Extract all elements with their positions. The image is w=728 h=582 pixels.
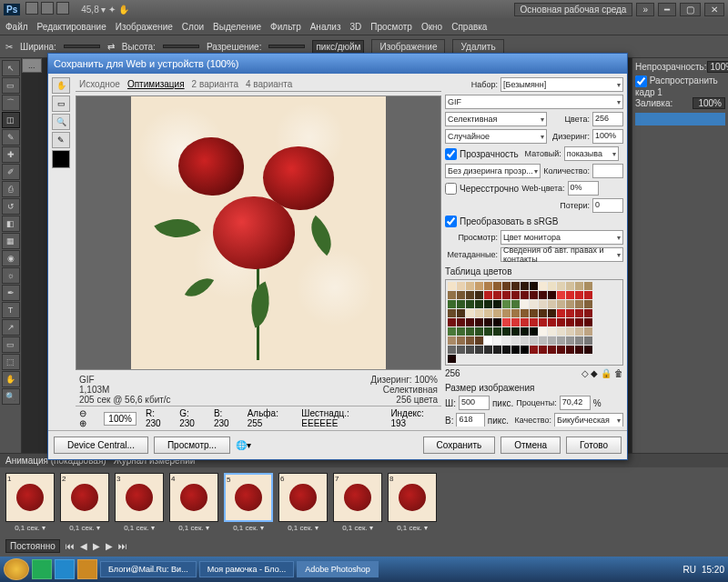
color-swatch[interactable] bbox=[557, 282, 565, 290]
color-swatch[interactable] bbox=[575, 336, 583, 345]
blur-tool[interactable]: ◉ bbox=[2, 250, 20, 266]
type-tool[interactable]: T bbox=[2, 302, 20, 318]
color-swatch[interactable] bbox=[475, 346, 483, 354]
browser-icon[interactable]: 🌐▾ bbox=[236, 440, 251, 450]
color-swatch[interactable] bbox=[566, 282, 574, 290]
color-swatch[interactable] bbox=[484, 327, 492, 336]
color-swatch[interactable] bbox=[521, 309, 529, 317]
resolution-field[interactable] bbox=[268, 45, 305, 48]
healing-tool[interactable]: ✚ bbox=[2, 146, 20, 163]
color-swatch[interactable] bbox=[502, 282, 511, 290]
color-swatch[interactable] bbox=[511, 327, 520, 336]
color-swatch[interactable] bbox=[448, 336, 456, 345]
quality-select[interactable]: Бикубическая bbox=[554, 413, 623, 426]
taskbar-task[interactable]: Блоги@Mail.Ru: Ви... bbox=[100, 561, 197, 577]
color-swatch[interactable] bbox=[548, 336, 556, 345]
color-swatch[interactable] bbox=[466, 300, 474, 308]
color-swatch[interactable] bbox=[575, 309, 583, 317]
preview-select[interactable]: Цвет монитора bbox=[500, 230, 623, 245]
color-swatch[interactable] bbox=[448, 309, 456, 317]
color-swatch[interactable] bbox=[584, 327, 592, 336]
brush-tool[interactable]: ✐ bbox=[2, 164, 20, 180]
menu-edit[interactable]: Редактирование bbox=[37, 22, 106, 32]
color-swatch[interactable] bbox=[457, 318, 465, 326]
color-swatch[interactable] bbox=[448, 327, 456, 336]
front-image-button[interactable]: Изображение bbox=[371, 39, 445, 55]
color-swatch[interactable] bbox=[584, 318, 592, 326]
play-button[interactable]: ▶ bbox=[93, 541, 100, 551]
color-swatch[interactable] bbox=[511, 309, 520, 317]
swap-icon[interactable]: ⇄ bbox=[107, 42, 115, 52]
pinned-app[interactable] bbox=[55, 559, 75, 579]
color-swatch[interactable] bbox=[575, 282, 583, 290]
color-swatch[interactable] bbox=[566, 309, 574, 317]
color-swatch[interactable] bbox=[502, 327, 511, 336]
color-swatch[interactable] bbox=[539, 282, 547, 290]
menu-3d[interactable]: 3D bbox=[349, 22, 361, 32]
height-field[interactable] bbox=[163, 45, 199, 48]
color-swatch[interactable] bbox=[448, 282, 456, 290]
color-swatch[interactable] bbox=[548, 318, 556, 326]
dither-field[interactable]: 100% bbox=[592, 129, 623, 144]
color-swatch[interactable] bbox=[584, 336, 592, 345]
color-swatch[interactable] bbox=[457, 300, 465, 308]
color-swatch[interactable] bbox=[566, 318, 574, 326]
color-swatch[interactable] bbox=[484, 300, 492, 308]
color-swatch[interactable] bbox=[475, 327, 483, 336]
width-field[interactable]: 500 bbox=[459, 396, 490, 410]
color-swatch[interactable] bbox=[521, 291, 529, 299]
color-swatch[interactable] bbox=[566, 300, 574, 308]
color-swatch[interactable] bbox=[493, 282, 501, 290]
color-swatch[interactable] bbox=[530, 336, 538, 345]
lasso-tool[interactable]: ⌒ bbox=[2, 95, 20, 111]
color-swatch[interactable] bbox=[557, 346, 565, 354]
menu-view[interactable]: Просмотр bbox=[370, 22, 412, 32]
color-swatch[interactable] bbox=[557, 336, 565, 345]
fill-value[interactable]: 100% bbox=[693, 97, 725, 109]
color-swatch[interactable] bbox=[566, 291, 574, 299]
color-swatch[interactable] bbox=[511, 300, 520, 308]
color-swatch[interactable] bbox=[530, 327, 538, 336]
color-swatch[interactable] bbox=[448, 318, 456, 326]
menu-file[interactable]: Файл bbox=[5, 22, 28, 32]
animation-frame[interactable]: 30,1 сек. ▾ bbox=[115, 473, 164, 532]
menu-layer[interactable]: Слои bbox=[182, 22, 204, 32]
color-swatch[interactable] bbox=[484, 336, 492, 345]
color-swatch[interactable] bbox=[584, 282, 592, 290]
color-swatch[interactable] bbox=[466, 282, 474, 290]
color-swatch[interactable] bbox=[530, 282, 538, 290]
color-swatch[interactable] bbox=[502, 309, 511, 317]
color-swatch[interactable] bbox=[502, 346, 511, 354]
done-button[interactable]: Готово bbox=[566, 436, 622, 454]
color-swatch[interactable] bbox=[475, 336, 483, 345]
color-swatch[interactable] bbox=[539, 318, 547, 326]
eyedropper-tool[interactable]: ✎ bbox=[2, 129, 20, 146]
color-swatch[interactable] bbox=[457, 336, 465, 345]
color-swatch[interactable] bbox=[484, 346, 492, 354]
animation-frame[interactable]: 10,1 сек. ▾ bbox=[5, 473, 55, 532]
color-swatch[interactable] bbox=[475, 309, 483, 317]
animation-frame[interactable]: 50,1 сек. ▾ bbox=[224, 473, 273, 532]
color-swatch[interactable] bbox=[548, 309, 556, 317]
color-swatch[interactable] bbox=[575, 318, 583, 326]
color-swatch[interactable] bbox=[575, 327, 583, 336]
window-max-button[interactable]: ▢ bbox=[680, 3, 701, 16]
start-button[interactable] bbox=[4, 558, 29, 580]
tab-2up[interactable]: 2 варианта bbox=[192, 79, 238, 89]
dodge-tool[interactable]: ☼ bbox=[2, 267, 20, 284]
color-swatch[interactable] bbox=[493, 318, 501, 326]
color-swatch[interactable] bbox=[493, 300, 501, 308]
resolution-unit[interactable]: пикс/дюйм bbox=[312, 40, 364, 54]
color-swatch[interactable] bbox=[530, 346, 538, 354]
color-swatch[interactable] bbox=[521, 327, 529, 336]
color-swatch[interactable] bbox=[493, 309, 501, 317]
color-swatch[interactable] bbox=[457, 309, 465, 317]
color-swatch[interactable] bbox=[484, 318, 492, 326]
color-swatch[interactable] bbox=[475, 282, 483, 290]
shape-tool[interactable]: ▭ bbox=[2, 336, 20, 353]
color-swatch[interactable] bbox=[466, 327, 474, 336]
device-central-button[interactable]: Device Central... bbox=[54, 436, 148, 454]
trans-dither-select[interactable]: Без дизеринга прозр... bbox=[445, 164, 541, 178]
color-swatch[interactable] bbox=[575, 300, 583, 308]
color-swatch[interactable] bbox=[548, 300, 556, 308]
